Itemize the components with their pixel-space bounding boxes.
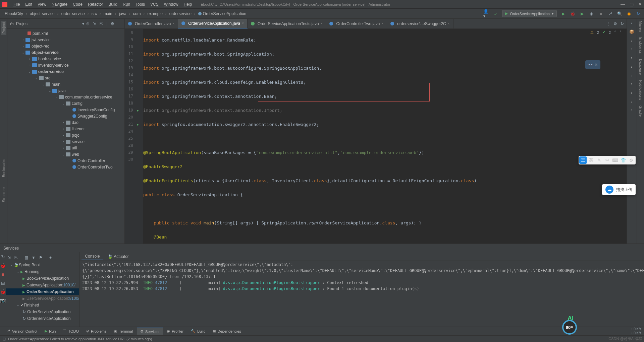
svc-app[interactable]: ▶BookServiceApplication xyxy=(6,275,79,282)
filter-icon[interactable]: 🐞 xyxy=(0,289,6,294)
ime-logo-icon[interactable]: 王 xyxy=(579,156,587,164)
camera-icon[interactable]: 📷 xyxy=(0,298,6,303)
ime-toolbar[interactable]: 王 英 ✎ ✂ ⌨ 👕 ⚙ xyxy=(579,156,636,164)
tree-module[interactable]: ›book-service xyxy=(7,56,124,62)
maximize-button[interactable]: ▢ xyxy=(630,2,634,7)
ime-lang[interactable]: 英 xyxy=(587,156,595,164)
console-tab[interactable]: Console xyxy=(82,253,103,260)
inspection-widget[interactable]: ⚠2 ✔2 ˄ ˅ xyxy=(590,30,622,35)
tree-folder[interactable]: ⌄java xyxy=(7,87,124,94)
tree-package[interactable]: ⌄web xyxy=(7,151,124,157)
btab-profiler[interactable]: ◉ Profiler xyxy=(163,328,187,334)
bc-item[interactable]: object-service xyxy=(28,11,57,17)
tree-module[interactable]: ›jwt-service xyxy=(7,37,124,43)
svc-app-selected[interactable]: ▶OrderServiceApplication xyxy=(6,288,79,295)
gear-icon[interactable]: ⚙ xyxy=(111,21,114,26)
gear-icon[interactable]: ⚙ xyxy=(613,21,617,26)
rail-database[interactable]: Database xyxy=(639,59,643,75)
layout-icon[interactable]: ⊞ xyxy=(1,280,5,286)
menu-view[interactable]: View xyxy=(36,1,48,7)
tree-module[interactable]: ›object-req xyxy=(7,43,124,49)
add-icon[interactable]: + xyxy=(49,255,52,260)
rail-notifications[interactable]: Notifications xyxy=(639,80,643,100)
menu-file[interactable]: FFileile xyxy=(11,1,22,7)
tree-file[interactable]: pom.xml xyxy=(7,30,124,37)
svc-app[interactable]: ▶UserServiceApplication :8100/ xyxy=(6,295,79,302)
run-icon[interactable]: 🐞 xyxy=(0,263,6,268)
package-icon[interactable]: 📦 xyxy=(629,29,634,34)
rail-endpoints[interactable]: Endpoints xyxy=(639,37,643,54)
vcs-branch-icon[interactable]: ⎇ xyxy=(607,11,613,17)
tree-package[interactable]: ›dao xyxy=(7,119,124,126)
tool-icon[interactable]: › xyxy=(631,38,633,43)
expand-icon[interactable]: ⇲ xyxy=(8,255,11,260)
bc-item[interactable]: src xyxy=(90,11,99,17)
tree-class[interactable]: OrderControllerTwo xyxy=(7,164,124,170)
menu-help[interactable]: Help xyxy=(181,1,194,7)
bc-item[interactable]: com xyxy=(131,11,143,17)
tree-module[interactable]: ⌄object-service xyxy=(7,49,124,56)
menu-window[interactable]: Window xyxy=(162,1,180,7)
filter-icon[interactable]: ▼ xyxy=(32,255,36,260)
code-editor[interactable]: import com.netflix.loadbalancer.RandomRu… xyxy=(143,29,627,244)
dropdown-icon[interactable]: ▾ xyxy=(82,21,84,26)
run-button[interactable]: ▶ xyxy=(560,11,566,17)
minimize-button[interactable]: — xyxy=(621,2,625,7)
bc-item[interactable]: java xyxy=(117,11,128,17)
actuator-tab[interactable]: 🍃 Actuator xyxy=(104,253,132,260)
rerun-icon[interactable]: ↻ xyxy=(1,254,5,260)
btab-deps[interactable]: ⊞ Dependencies xyxy=(210,328,245,334)
ime-shirt-icon[interactable]: 👕 xyxy=(620,156,627,164)
refresh-icon[interactable]: ↻ xyxy=(621,21,624,26)
tree-package[interactable]: ›util xyxy=(7,145,124,151)
btab-problems[interactable]: ⊘ Problems xyxy=(83,328,110,334)
tree-package[interactable]: ›pojo xyxy=(7,132,124,138)
coverage-button[interactable]: ▶ xyxy=(579,11,585,17)
select-opened-icon[interactable]: ⊕ xyxy=(86,21,90,26)
prev-highlight-icon[interactable]: ˄ xyxy=(614,30,616,35)
tool-icon[interactable]: › xyxy=(631,47,633,52)
run-gutter-icon[interactable]: ▶ xyxy=(137,121,139,128)
add-config-icon[interactable]: 👤▾ xyxy=(483,11,489,17)
close-button[interactable]: ✕ xyxy=(638,2,642,7)
ime-comma-icon[interactable]: ✎ xyxy=(595,156,603,164)
ide-assist-icon[interactable]: ◉ xyxy=(626,11,632,17)
run-gutter-icon[interactable]: ▶ xyxy=(137,107,139,114)
editor-tab[interactable]: OrderController.java× xyxy=(125,19,178,28)
stop-button[interactable]: ■ xyxy=(598,11,604,17)
performance-gauge[interactable]: 90% xyxy=(562,320,577,335)
tree-module[interactable]: ›inventory-service xyxy=(7,62,124,68)
btab-build[interactable]: 🔨 Build xyxy=(187,328,209,334)
rail-bookmarks[interactable]: Bookmarks xyxy=(2,159,6,177)
menu-tools[interactable]: Tools xyxy=(133,1,147,7)
status-icon[interactable]: ▢ xyxy=(3,337,6,341)
menu-vcs[interactable]: VCS xyxy=(148,1,161,7)
bookmark-icon[interactable]: ⚑ xyxy=(39,255,43,260)
tool-icon[interactable]: › xyxy=(631,73,633,78)
tab-list-icon[interactable]: ⋮ xyxy=(606,21,610,26)
tree-module[interactable]: ⌄order-service xyxy=(7,68,124,75)
tool-icon[interactable]: › xyxy=(631,99,633,104)
tool-icon[interactable]: › xyxy=(631,64,633,69)
hide-icon[interactable]: — xyxy=(118,21,122,26)
btab-vcs[interactable]: ⎇ Version Control xyxy=(3,328,41,334)
menu-navigate[interactable]: Navigate xyxy=(50,1,69,7)
debug-button[interactable]: 🐞 xyxy=(570,11,576,17)
chevron-left-icon[interactable]: ‹ xyxy=(631,21,633,25)
ime-keyboard-icon[interactable]: ⌨ xyxy=(611,156,619,164)
svc-app[interactable]: ↻OrderServiceApplication xyxy=(6,315,79,322)
console-log[interactable]: \"instanceId\":\"192.168.137.1#8200#DEFA… xyxy=(79,261,644,327)
svc-app[interactable]: ▶GatewayApplication :10010/ xyxy=(6,282,79,288)
btab-terminal[interactable]: ▣ Terminal xyxy=(110,328,136,334)
svc-group[interactable]: ⌄✔ Finished xyxy=(6,302,79,309)
bc-item[interactable]: order-service xyxy=(59,11,87,17)
svc-app[interactable]: ↻OrderServiceApplication xyxy=(6,309,79,315)
run-config-selector[interactable]: ▶OrderServiceApplication▾ xyxy=(502,10,557,17)
collapse-all-icon[interactable]: ⇱ xyxy=(100,21,103,26)
bc-item[interactable]: main xyxy=(102,11,114,17)
settings-sync-icon[interactable]: ↻ xyxy=(635,11,641,17)
btab-todo[interactable]: ☰ TODO xyxy=(60,328,82,334)
gutter[interactable]: 891011121314151617181920212425282930 ▶ ▶ xyxy=(125,29,143,244)
rail-structure[interactable]: Structure xyxy=(2,187,6,202)
tool-icon[interactable]: › xyxy=(631,90,633,95)
